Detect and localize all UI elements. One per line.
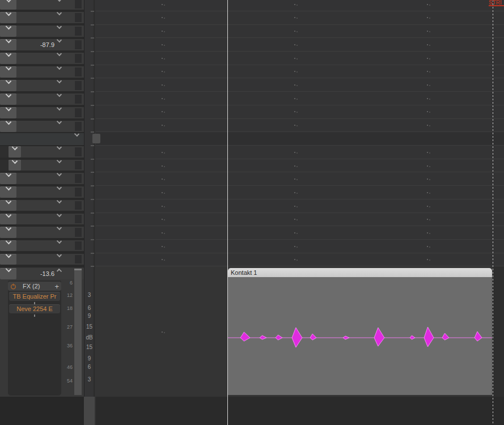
track-row[interactable] [0, 214, 84, 225]
row-dropdown-button[interactable] [54, 200, 63, 211]
grid-dot [294, 232, 295, 233]
row-dropdown-button[interactable] [54, 12, 63, 23]
row-dropdown-button[interactable] [54, 240, 63, 252]
ruler-db-label: 3 [84, 377, 95, 382]
track-collapse-button[interactable] [0, 0, 16, 10]
grid-dot [162, 17, 163, 18]
track-collapse-button[interactable] [0, 80, 16, 91]
track-collapse-button[interactable] [0, 227, 16, 238]
row-dropdown-button[interactable] [54, 146, 63, 158]
track-collapse-button[interactable] [0, 107, 16, 118]
row-dropdown-button[interactable] [54, 94, 63, 105]
media-item[interactable]: Kontakt 1 [228, 268, 492, 395]
track-row[interactable] [0, 94, 84, 105]
row-dropdown-button[interactable] [54, 39, 63, 50]
row-dropdown-button[interactable] [54, 160, 63, 171]
row-dropdown-button[interactable] [54, 80, 63, 91]
track-row[interactable]: -13.6 [0, 268, 84, 280]
track-row[interactable] [0, 26, 84, 37]
gain-readout[interactable]: -13.6 [40, 268, 54, 280]
track-row[interactable]: -87.9 [0, 39, 84, 50]
meter-scale-label: 6 [60, 280, 73, 286]
track-row[interactable] [0, 12, 84, 23]
row-dropdown-button[interactable] [54, 214, 63, 225]
track-row[interactable] [0, 53, 84, 64]
lane-separator [96, 159, 504, 159]
lane-separator [96, 78, 504, 78]
track-row[interactable] [0, 121, 84, 132]
track-row[interactable] [0, 160, 84, 171]
track-collapse-button[interactable] [0, 200, 16, 211]
region-marker-label[interactable]: STRI [489, 0, 504, 6]
power-icon[interactable] [10, 283, 16, 290]
meter-scale-label: 46 [60, 365, 73, 370]
fx-header[interactable]: FX (2) + [8, 282, 61, 291]
add-fx-button[interactable]: + [54, 283, 59, 290]
track-row[interactable] [0, 146, 84, 158]
track-row[interactable] [0, 200, 84, 211]
row-dropdown-button[interactable] [54, 121, 63, 132]
track-collapse-button[interactable] [0, 240, 16, 252]
meter-scale-label: 18 [60, 306, 73, 311]
grid-dot [427, 206, 428, 207]
grid-dot [294, 58, 295, 59]
fx-plugin-entry[interactable]: Neve 2254 E [9, 304, 60, 313]
ruler-tick [91, 212, 94, 214]
row-dropdown-button[interactable] [54, 186, 63, 198]
track-row[interactable] [0, 66, 84, 78]
track-collapse-button[interactable] [9, 160, 21, 171]
arrange-divider-band [96, 131, 504, 145]
track-collapse-button[interactable] [0, 268, 16, 280]
media-item-title[interactable]: Kontakt 1 [228, 268, 492, 277]
grid-dot [162, 232, 163, 233]
track-row[interactable] [0, 133, 84, 145]
vertical-scrollbar[interactable] [84, 397, 95, 425]
row-dropdown-button[interactable] [54, 254, 63, 265]
panel-divider-handle[interactable] [92, 134, 100, 143]
ruler-db-label: 9 [84, 313, 95, 319]
track-collapse-button[interactable] [0, 53, 16, 64]
track-collapse-button[interactable] [0, 214, 16, 225]
row-dropdown-button[interactable] [54, 107, 63, 118]
track-meter-slot [75, 67, 82, 76]
collapse-button[interactable] [72, 133, 81, 145]
grid-dot [162, 219, 163, 220]
fx-plugin-entry[interactable]: TB Equalizer Pr [9, 292, 60, 301]
track-collapse-button[interactable] [0, 39, 16, 50]
row-dropdown-button[interactable] [54, 66, 63, 78]
track-collapse-button[interactable] [0, 26, 16, 37]
row-dropdown-button[interactable] [54, 26, 63, 37]
track-row[interactable] [0, 227, 84, 238]
track-collapse-button[interactable] [0, 66, 16, 78]
track-row[interactable] [0, 80, 84, 91]
ruler-tick [91, 131, 94, 133]
track-meter-slot [75, 122, 82, 131]
row-dropdown-button[interactable] [54, 268, 63, 280]
track-collapse-button[interactable] [0, 94, 16, 105]
row-dropdown-button[interactable] [54, 53, 63, 64]
track-collapse-button[interactable] [0, 186, 16, 198]
track-collapse-button[interactable] [0, 121, 16, 132]
track-row[interactable] [0, 173, 84, 184]
ruler-tick [91, 172, 94, 173]
row-dropdown-button[interactable] [54, 173, 63, 184]
track-collapse-button[interactable] [0, 12, 16, 23]
track-row[interactable] [0, 240, 84, 252]
grid-dot [427, 152, 428, 153]
gain-readout[interactable]: -87.9 [40, 39, 54, 50]
track-meter-slot [75, 27, 82, 36]
row-dropdown-button[interactable] [54, 0, 63, 10]
track-row[interactable] [0, 254, 84, 265]
track-collapse-button[interactable] [0, 254, 16, 265]
grid-dot [162, 4, 163, 5]
track-row[interactable] [0, 0, 84, 10]
ruler-tick [91, 199, 94, 200]
ruler-tick [91, 65, 94, 66]
row-dropdown-button[interactable] [54, 227, 63, 238]
ruler-db-label: 3 [84, 292, 95, 298]
track-collapse-button[interactable] [9, 146, 21, 158]
track-row[interactable] [0, 107, 84, 118]
fx-drag-tick [34, 314, 35, 317]
track-collapse-button[interactable] [0, 173, 16, 184]
track-row[interactable] [0, 186, 84, 198]
